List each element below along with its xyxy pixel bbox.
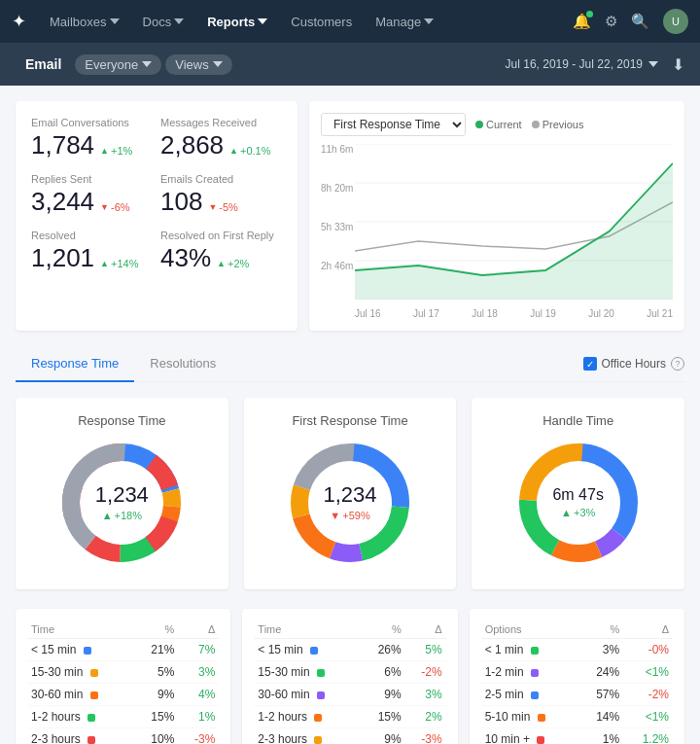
subnav-everyone[interactable]: Everyone (75, 54, 161, 75)
logo-icon: ✦ (12, 11, 26, 32)
table-cell-pct: 15% (134, 706, 179, 728)
donut-first-response-time-chart: 1,234 ▼+59% (287, 440, 413, 566)
chart-x-labels: Jul 16 Jul 17 Jul 18 Jul 19 Jul 20 Jul 2… (355, 308, 673, 319)
chart-y-labels: 11h 6m 8h 20m 5h 33m 2h 46m (321, 144, 355, 300)
table-cell-pct: 9% (361, 684, 405, 706)
table-col-time-2: Time (254, 620, 361, 639)
notification-bell[interactable]: 🔔 (573, 13, 591, 30)
table-cell-delta: 3% (178, 661, 219, 684)
table-cell-label: 2-3 hours (27, 728, 134, 745)
stat-resolved-first-reply: Resolved on First Reply 43% ▲+2% (160, 230, 282, 270)
table-col-pct-1: % (134, 620, 179, 639)
table-cell-label: 1-2 hours (254, 706, 361, 728)
nav-docs[interactable]: Docs (135, 11, 192, 33)
table-row: < 1 min 3%-0% (481, 639, 673, 661)
table-cell-delta: -0% (623, 639, 673, 661)
table-cell-delta: 4% (178, 684, 219, 706)
stat-label-email-conversations: Email Conversations (31, 117, 153, 128)
stat-change-resolved: ▲+14% (100, 258, 138, 269)
table-row: 1-2 hours 15%2% (254, 706, 445, 728)
stat-value-emails-created: 108 (160, 189, 202, 214)
office-hours-help-icon[interactable]: ? (671, 357, 684, 371)
avatar[interactable]: U (663, 9, 688, 34)
table-cell-label: < 15 min (27, 639, 134, 661)
table-row: 15-30 min 5%3% (27, 661, 219, 684)
table-cell-label: 2-5 min (481, 684, 579, 706)
office-hours-filter[interactable]: ✓ Office Hours ? (583, 357, 684, 371)
chart-panel: First Response Time Current Previous 11h… (309, 101, 684, 331)
stat-label-replies-sent: Replies Sent (31, 173, 153, 185)
table-row: 2-5 min 57%-2% (481, 684, 673, 706)
table-row: 30-60 min 9%3% (254, 684, 445, 706)
stat-value-resolved-first-reply: 43% (160, 245, 211, 270)
table-cell-delta: 3% (405, 684, 446, 706)
table-row: 30-60 min 9%4% (27, 684, 219, 706)
chart-select[interactable]: First Response Time (321, 113, 466, 136)
stat-label-messages-received: Messages Received (160, 117, 282, 128)
table-cell-label: 10 min + (481, 728, 579, 745)
stat-email-conversations: Email Conversations 1,784 ▲+1% (31, 117, 153, 158)
top-nav: ✦ Mailboxes Docs Reports Customers Manag… (0, 0, 700, 43)
stat-change-messages-received: ▲+0.1% (229, 145, 270, 157)
table-row: 2-3 hours 10%-3% (27, 728, 219, 745)
tabs-row: Response Time Resolutions ✓ Office Hours… (16, 346, 684, 382)
nav-icons: 🔔 ⚙ 🔍 U (573, 9, 688, 34)
search-icon[interactable]: 🔍 (631, 13, 649, 30)
nav-customers[interactable]: Customers (283, 11, 360, 33)
table-cell-label: 15-30 min (27, 661, 134, 684)
nav-mailboxes[interactable]: Mailboxes (42, 11, 127, 33)
legend-current-dot (475, 121, 483, 128)
donut-response-time-value: 1,234 (95, 484, 149, 506)
nav-manage[interactable]: Manage (368, 11, 441, 33)
donut-handle-time-chart: 6m 47s ▲+3% (515, 440, 642, 566)
stats-grid: Email Conversations 1,784 ▲+1% Messages … (31, 117, 282, 270)
donut-first-response-time-title: First Response Time (260, 413, 441, 428)
donuts-row: Response Time 1,234 ▲ (16, 398, 684, 589)
table-row: 5-10 min 14%<1% (481, 706, 673, 728)
stat-label-resolved-first-reply: Resolved on First Reply (160, 230, 282, 241)
stat-value-resolved: 1,201 (31, 245, 94, 270)
table-cell-delta: 5% (405, 639, 446, 661)
main-content: Email Conversations 1,784 ▲+1% Messages … (0, 86, 700, 744)
subnav-views[interactable]: Views (165, 54, 231, 75)
sub-nav: Email Everyone Views Jul 16, 2019 - Jul … (0, 43, 700, 86)
stat-change-emails-created: ▼-5% (208, 201, 237, 213)
stat-resolved: Resolved 1,201 ▲+14% (31, 230, 153, 270)
table-cell-delta: 1% (178, 706, 219, 728)
table-cell-delta: 7% (178, 639, 219, 661)
table-col-pct-3: % (578, 620, 623, 639)
table-row: 1-2 min 24%<1% (481, 661, 673, 684)
office-hours-label: Office Hours (602, 357, 666, 371)
table-cell-pct: 26% (361, 639, 405, 661)
stat-change-replies-sent: ▼-6% (100, 201, 129, 213)
donut-response-time-chart: 1,234 ▲+18% (58, 440, 185, 566)
nav-reports[interactable]: Reports (199, 11, 275, 33)
donut-response-time: Response Time 1,234 ▲ (16, 398, 228, 589)
date-range[interactable]: Jul 16, 2019 - Jul 22, 2019 (506, 57, 658, 71)
table-cell-pct: 9% (134, 684, 179, 706)
table-col-delta-3: Δ (623, 620, 673, 639)
stat-value-replies-sent: 3,244 (31, 189, 94, 214)
table-cell-pct: 3% (578, 639, 623, 661)
tables-row: Time % Δ < 15 min 21%7%15-30 min 5%3%30-… (16, 609, 684, 744)
table-cell-pct: 57% (578, 684, 623, 706)
legend-previous-dot (532, 121, 540, 128)
stat-label-resolved: Resolved (31, 230, 153, 241)
table-cell-label: 30-60 min (27, 684, 134, 706)
table-cell-label: 15-30 min (254, 661, 361, 684)
chart-svg-container (355, 144, 673, 300)
table-col-options: Options (481, 620, 579, 639)
download-icon[interactable]: ⬇ (672, 55, 684, 74)
donut-handle-time-value: 6m 47s (552, 487, 603, 503)
table-response-time: Time % Δ < 15 min 21%7%15-30 min 5%3%30-… (16, 609, 230, 744)
table-cell-label: < 15 min (254, 639, 361, 661)
table-cell-label: < 1 min (481, 639, 579, 661)
svg-marker-5 (355, 163, 673, 300)
table-cell-delta: -3% (405, 728, 446, 745)
tab-response-time[interactable]: Response Time (16, 346, 134, 382)
office-hours-checkbox[interactable]: ✓ (583, 357, 597, 371)
user-settings-icon[interactable]: ⚙ (605, 13, 617, 30)
stat-emails-created: Emails Created 108 ▼-5% (160, 173, 282, 214)
tab-resolutions[interactable]: Resolutions (134, 346, 231, 382)
table-col-time-1: Time (27, 620, 134, 639)
